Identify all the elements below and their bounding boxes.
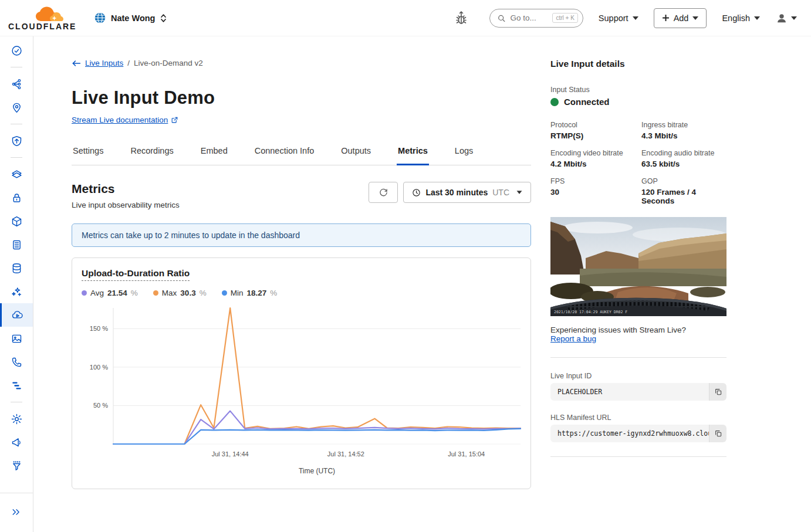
global-search[interactable]: ctrl + K <box>489 9 583 28</box>
legend-item-avg[interactable]: Avg 21.54 % <box>82 289 138 297</box>
field-value: 120 Frames / 4 Seconds <box>641 188 726 205</box>
legend-series-name: Min <box>231 289 244 297</box>
sidebar-item-megaphone[interactable] <box>0 431 33 454</box>
sidebar-item-location-pin[interactable] <box>0 96 33 119</box>
sidebar-divider <box>11 157 22 158</box>
live-preview-image: 2021/10/20 17:04:29 AUKEY DR02 F <box>550 217 726 316</box>
sidebar-divider <box>11 402 22 402</box>
breadcrumb-current: Live-on-Demand v2 <box>134 59 203 67</box>
sidebar-divider <box>11 124 22 124</box>
legend-dot <box>153 290 158 296</box>
tab-connection-info[interactable]: Connection Info <box>254 140 316 165</box>
sidebar-item-lock[interactable] <box>0 186 33 209</box>
globe-icon <box>94 12 106 24</box>
legend-series-name: Avg <box>90 289 104 297</box>
sidebar-divider <box>11 67 22 67</box>
top-header: CLOUDFLARE Nate Wong <box>0 0 811 36</box>
sidebar-item-funnel[interactable] <box>0 454 33 477</box>
live-input-id-field: PLACEHOLDER <box>550 383 726 401</box>
stream-documentation-link[interactable]: Stream Live documentation <box>72 116 178 124</box>
time-range-label: Last 30 minutes <box>425 188 488 197</box>
detail-field-encoding-video-bitrate: Encoding video bitrate4.2 Mbit/s <box>550 149 636 168</box>
server-icon <box>11 239 23 251</box>
cloudflare-logo[interactable]: CLOUDFLARE <box>8 6 77 31</box>
sidebar-item-shield-arrow[interactable] <box>0 129 33 153</box>
sidebar-item-tasks[interactable] <box>0 374 33 397</box>
ai-sparkles-icon <box>11 286 23 298</box>
location-pin-icon <box>11 101 23 114</box>
support-label: Support <box>599 13 628 23</box>
refresh-button[interactable] <box>369 182 398 203</box>
live-input-id-label: Live Input ID <box>550 372 726 380</box>
legend-item-max[interactable]: Max 30.3 % <box>153 289 207 297</box>
tab-recordings[interactable]: Recordings <box>129 140 174 165</box>
search-shortcut-badge: ctrl + K <box>552 13 577 23</box>
copy-hls-url-button[interactable] <box>709 425 726 442</box>
add-label: Add <box>674 13 689 23</box>
sidebar-item-history[interactable] <box>0 39 33 62</box>
tab-metrics[interactable]: Metrics <box>397 140 429 165</box>
divider <box>550 456 726 457</box>
time-range-selector[interactable]: Last 30 minutes UTC <box>403 182 531 203</box>
copy-live-input-id-button[interactable] <box>709 383 726 401</box>
live-input-details-panel: Live Input details Input Status Connecte… <box>550 59 726 532</box>
account-switcher[interactable]: Nate Wong <box>94 12 167 24</box>
sidebar-item-server[interactable] <box>0 233 33 256</box>
search-input[interactable] <box>510 13 548 22</box>
svg-text:Jul 31, 14:44: Jul 31, 14:44 <box>212 450 249 458</box>
hls-manifest-url-field: https://customer-igynxd2rwhmuoxw8.cloudf <box>550 425 726 442</box>
detail-field-gop: GOP120 Frames / 4 Seconds <box>641 177 726 205</box>
sidebar-item-network[interactable] <box>0 72 33 96</box>
support-menu[interactable]: Support <box>599 13 638 23</box>
legend-series-unit: % <box>200 289 207 297</box>
sidebar-bottom <box>0 493 33 532</box>
chevron-down-icon <box>633 16 638 20</box>
hls-manifest-url-label: HLS Manifest URL <box>550 414 726 422</box>
language-menu[interactable]: English <box>722 13 760 23</box>
chevron-down-icon <box>791 16 797 20</box>
tab-settings[interactable]: Settings <box>72 140 104 165</box>
database-icon <box>11 262 23 275</box>
tab-embed[interactable]: Embed <box>200 140 229 165</box>
sidebar-collapse-button[interactable] <box>0 500 33 524</box>
report-bug-button[interactable] <box>454 11 468 26</box>
sidebar-item-ai-sparkles[interactable] <box>0 280 33 303</box>
field-label: Encoding audio bitrate <box>641 149 726 157</box>
sidebar-item-package[interactable] <box>0 209 33 233</box>
detail-grid: ProtocolRTMP(S)Ingress bitrate4.3 Mbit/s… <box>550 121 726 205</box>
plus-icon <box>662 14 670 22</box>
add-button[interactable]: Add <box>654 8 707 28</box>
legend-dot <box>82 290 87 296</box>
tab-logs[interactable]: Logs <box>454 140 474 165</box>
breadcrumb-live-inputs-link[interactable]: Live Inputs <box>85 59 123 67</box>
user-menu[interactable] <box>775 12 797 25</box>
report-a-bug-link[interactable]: Report a bug <box>550 334 596 343</box>
sidebar-item-database[interactable] <box>0 256 33 280</box>
metrics-subheading: Live input observability metrics <box>72 201 180 209</box>
breadcrumb: Live Inputs / Live-on-Demand v2 <box>72 59 531 67</box>
sort-chevrons-icon <box>160 13 167 23</box>
search-icon <box>497 13 506 23</box>
phone-icon <box>11 356 23 368</box>
svg-text:Jul 31, 15:04: Jul 31, 15:04 <box>448 450 485 458</box>
back-arrow-icon[interactable] <box>72 59 81 67</box>
upload-duration-chart[interactable]: 50 %100 %150 %Jul 31, 14:44Jul 31, 14:52… <box>82 302 528 478</box>
user-avatar-icon <box>775 12 788 25</box>
tab-outputs[interactable]: Outputs <box>340 140 372 165</box>
sidebar-item-phone[interactable] <box>0 350 33 374</box>
history-icon <box>11 45 23 57</box>
detail-field-protocol: ProtocolRTMP(S) <box>550 121 636 140</box>
legend-item-min[interactable]: Min 18.27 % <box>222 289 278 297</box>
chevron-down-icon <box>517 191 522 194</box>
sidebar-item-gear[interactable] <box>0 407 33 431</box>
field-label: Encoding video bitrate <box>550 149 636 157</box>
hls-manifest-url-value: https://customer-igynxd2rwhmuoxw8.cloudf <box>550 425 709 442</box>
metrics-heading: Metrics <box>72 182 180 196</box>
sidebar-item-layers[interactable] <box>0 162 33 186</box>
page-title: Live Input Demo <box>72 87 531 109</box>
legend-series-value: 18.27 <box>246 289 266 297</box>
sidebar-item-images[interactable] <box>0 327 33 350</box>
sidebar-item-stream[interactable] <box>0 303 33 327</box>
gear-icon <box>11 413 23 425</box>
shield-arrow-icon <box>11 135 23 147</box>
